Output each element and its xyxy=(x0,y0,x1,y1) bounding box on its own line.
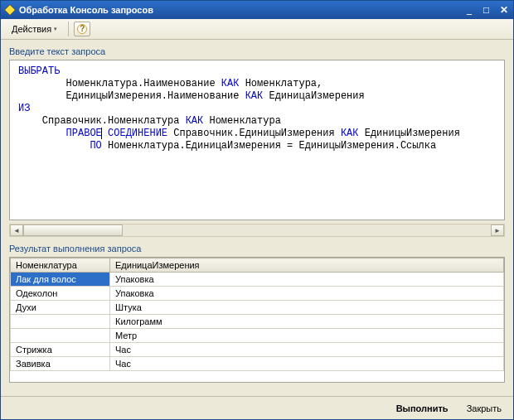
text-token: Номенклатура, xyxy=(239,78,322,89)
close-footer-button[interactable]: Закрыть xyxy=(463,402,505,415)
table-cell: Килограмм xyxy=(110,315,504,329)
table-row[interactable]: Килограмм xyxy=(11,315,504,329)
window-controls: _ □ ✕ xyxy=(462,4,510,17)
table-cell: Метр xyxy=(110,329,504,343)
scroll-left-button[interactable]: ◄ xyxy=(10,224,23,236)
text-token: ЕдиницыИзмерения.Наименование xyxy=(66,90,245,102)
app-icon xyxy=(4,4,16,16)
table-cell: Завивка xyxy=(11,357,110,371)
keyword-token: КАК xyxy=(245,90,264,102)
table-cell: Час xyxy=(110,343,504,357)
actions-menu-button[interactable]: Действия ▾ xyxy=(6,22,63,36)
footer-bar: Выполнить Закрыть xyxy=(1,396,513,419)
text-token: ЕдиницаИзмерения xyxy=(263,90,364,102)
svg-marker-0 xyxy=(5,5,15,15)
text-token: Номенклатура.ЕдиницаИзмерения = ЕдиницыИ… xyxy=(102,140,436,152)
table-row[interactable]: ДухиШтука xyxy=(11,301,504,315)
scrollbar-track[interactable]: ◄ ► xyxy=(9,224,505,237)
table-cell: Стрижка xyxy=(11,343,110,357)
minimize-button[interactable]: _ xyxy=(462,4,477,17)
close-button[interactable]: ✕ xyxy=(495,4,510,17)
table-row[interactable]: Лак для волосУпаковка xyxy=(11,273,504,287)
keyword-token: ВЫБРАТЬ xyxy=(18,65,60,77)
keyword-token: КАК xyxy=(186,115,204,127)
table-cell: Упаковка xyxy=(110,287,504,301)
keyword-token: ПО xyxy=(90,140,101,152)
toolbar: Действия ▾ ? xyxy=(1,19,513,40)
keyword-token: ИЗ xyxy=(18,103,30,114)
query-section-label: Введите текст запроса xyxy=(9,46,505,56)
table-cell xyxy=(11,329,110,343)
maximize-button[interactable]: □ xyxy=(478,4,493,17)
text-token: ЕдиницыИзмерения xyxy=(359,128,460,139)
text-token: Справочник.Номенклатура xyxy=(42,115,186,127)
table-cell: Одеколон xyxy=(11,287,110,301)
scroll-right-button[interactable]: ► xyxy=(491,224,504,236)
result-section-label: Результат выполнения запроса xyxy=(9,244,505,253)
table-cell xyxy=(11,315,110,329)
help-button[interactable]: ? xyxy=(74,22,90,36)
keyword-token: КАК xyxy=(341,128,359,139)
column-header[interactable]: Номенклатура xyxy=(11,258,110,273)
text-token: Номенклатура xyxy=(203,115,281,127)
titlebar: Обработка Консоль запросов _ □ ✕ xyxy=(1,1,513,19)
table-cell: Штука xyxy=(110,301,504,315)
text-token xyxy=(102,128,108,139)
window-title: Обработка Консоль запросов xyxy=(19,5,462,15)
table-cell: Час xyxy=(110,357,504,371)
table-row[interactable]: ОдеколонУпаковка xyxy=(11,287,504,301)
content-area: Введите текст запроса ВЫБРАТЬ Номенклату… xyxy=(1,40,513,386)
chevron-down-icon: ▾ xyxy=(54,26,57,32)
table-row[interactable]: Метр xyxy=(11,329,504,343)
toolbar-separator xyxy=(68,22,69,36)
actions-menu-label: Действия xyxy=(12,24,51,34)
scrollbar-thumb[interactable] xyxy=(23,224,123,236)
keyword-token: СОЕДИНЕНИЕ xyxy=(108,128,167,139)
text-token: Номенклатура.Наименование xyxy=(66,78,221,89)
help-icon: ? xyxy=(77,24,87,34)
keyword-token: ПРАВОЕ xyxy=(66,128,102,139)
result-table: НоменклатураЕдиницаИзмерения Лак для вол… xyxy=(10,258,504,371)
table-cell: Упаковка xyxy=(110,273,504,287)
result-table-container: НоменклатураЕдиницаИзмерения Лак для вол… xyxy=(9,257,505,383)
table-cell: Духи xyxy=(11,301,110,315)
execute-button[interactable]: Выполнить xyxy=(393,402,452,415)
table-row[interactable]: ЗавивкаЧас xyxy=(11,357,504,371)
table-cell: Лак для волос xyxy=(11,273,110,287)
query-text-area[interactable]: ВЫБРАТЬ Номенклатура.Наименование КАК Но… xyxy=(9,60,505,220)
text-token: Справочник.ЕдиницыИзмерения xyxy=(167,128,341,139)
horizontal-scrollbar[interactable]: ◄ ► xyxy=(9,224,505,237)
keyword-token: КАК xyxy=(221,78,240,89)
table-row[interactable]: СтрижкаЧас xyxy=(11,343,504,357)
column-header[interactable]: ЕдиницаИзмерения xyxy=(110,258,504,273)
